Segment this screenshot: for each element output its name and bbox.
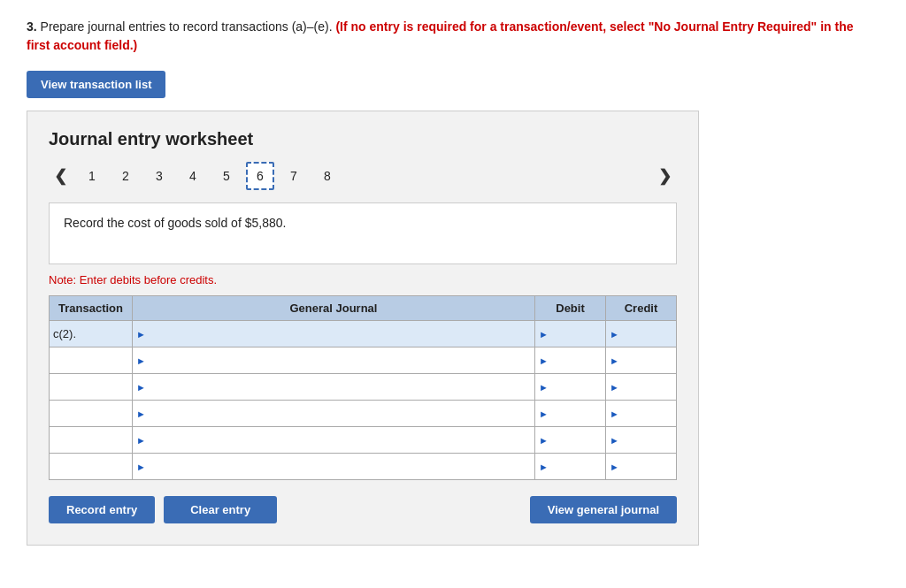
instruction-text: Prepare journal entries to record transa… [41, 19, 292, 34]
header-debit: Debit [535, 296, 606, 321]
row-arrow-icon: ► [136, 462, 146, 472]
row-arrow-icon: ► [136, 355, 146, 366]
row-arrow-icon: ► [136, 409, 146, 419]
instruction-range: (a)–(e). [292, 19, 333, 34]
table-row: c(2). ► ► ► [50, 321, 677, 347]
debit-arrow-icon: ► [539, 329, 549, 340]
worksheet-title: Journal entry worksheet [49, 129, 677, 149]
debit-cell[interactable]: ► [535, 347, 606, 374]
journal-cell[interactable]: ► [132, 401, 534, 427]
row-arrow-icon: ► [136, 382, 146, 393]
instruction-block: 3. Prepare journal entries to record tra… [27, 18, 879, 55]
clear-entry-button[interactable]: Clear entry [164, 496, 277, 523]
credit-arrow-icon: ► [610, 435, 619, 446]
journal-cell[interactable]: ► [132, 321, 534, 347]
credit-cell[interactable]: ► [606, 454, 677, 480]
debit-input[interactable] [552, 433, 602, 447]
tab-navigation: ❮ 1 2 3 4 5 6 7 8 ❯ [49, 162, 677, 190]
journal-table: Transaction General Journal Debit Credit… [49, 295, 677, 480]
record-entry-button[interactable]: Record entry [49, 496, 155, 523]
table-row: ► ► ► [50, 347, 677, 374]
credit-arrow-icon: ► [610, 329, 619, 340]
journal-input[interactable] [150, 407, 531, 420]
tab-3[interactable]: 3 [145, 162, 173, 190]
credit-cell[interactable]: ► [606, 347, 677, 374]
credit-input[interactable] [623, 380, 672, 393]
debit-input[interactable] [552, 327, 602, 340]
debit-input[interactable] [552, 407, 602, 420]
tab-8[interactable]: 8 [313, 162, 342, 190]
button-row: Record entry Clear entry View general jo… [49, 496, 677, 523]
worksheet-container: Journal entry worksheet ❮ 1 2 3 4 5 6 7 … [27, 111, 699, 546]
view-general-journal-button[interactable]: View general journal [530, 496, 677, 523]
credit-input[interactable] [623, 407, 672, 420]
tab-next-arrow[interactable]: ❯ [653, 164, 677, 187]
credit-cell[interactable]: ► [606, 401, 677, 427]
table-row: ► ► ► [50, 374, 677, 401]
debit-arrow-icon: ► [539, 409, 549, 419]
debit-input[interactable] [552, 380, 602, 393]
debit-cell[interactable]: ► [535, 427, 606, 454]
transaction-cell [50, 401, 133, 427]
debit-arrow-icon: ► [539, 382, 549, 393]
journal-cell[interactable]: ► [132, 347, 534, 374]
credit-arrow-icon: ► [610, 409, 619, 419]
header-credit: Credit [606, 296, 677, 321]
journal-cell[interactable]: ► [132, 454, 534, 480]
transaction-cell [50, 347, 133, 374]
tab-2[interactable]: 2 [111, 162, 140, 190]
table-row: ► ► ► [50, 401, 677, 427]
journal-input[interactable] [150, 354, 531, 367]
tab-7[interactable]: 7 [280, 162, 308, 190]
journal-input[interactable] [150, 380, 531, 393]
transaction-cell [50, 374, 133, 401]
tab-4[interactable]: 4 [179, 162, 207, 190]
table-row: ► ► ► [50, 454, 677, 480]
header-transaction: Transaction [50, 296, 133, 321]
debit-arrow-icon: ► [539, 435, 549, 446]
table-row: ► ► ► [50, 427, 677, 454]
credit-cell[interactable]: ► [606, 427, 677, 454]
debit-input[interactable] [552, 460, 602, 473]
credit-arrow-icon: ► [610, 382, 619, 393]
credit-arrow-icon: ► [610, 462, 619, 472]
row-arrow-icon: ► [136, 329, 146, 340]
header-general-journal: General Journal [132, 296, 534, 321]
debit-arrow-icon: ► [539, 355, 549, 366]
journal-cell[interactable]: ► [132, 374, 534, 401]
debit-credit-note: Note: Enter debits before credits. [49, 273, 677, 286]
debit-arrow-icon: ► [539, 462, 549, 472]
credit-cell[interactable]: ► [606, 374, 677, 401]
journal-input[interactable] [150, 327, 531, 340]
credit-input[interactable] [623, 433, 672, 447]
journal-input[interactable] [150, 460, 531, 473]
tab-1[interactable]: 1 [78, 162, 106, 190]
credit-arrow-icon: ► [610, 355, 619, 366]
row-arrow-icon: ► [136, 435, 146, 446]
debit-cell[interactable]: ► [535, 321, 606, 347]
view-transaction-list-button[interactable]: View transaction list [27, 71, 165, 98]
tab-prev-arrow[interactable]: ❮ [49, 164, 73, 187]
credit-cell[interactable]: ► [606, 321, 677, 347]
instruction-number: 3. [27, 19, 37, 34]
transaction-description: Record the cost of goods sold of $5,880. [49, 202, 677, 264]
debit-cell[interactable]: ► [535, 401, 606, 427]
tab-6[interactable]: 6 [246, 162, 274, 190]
credit-input[interactable] [623, 354, 672, 367]
journal-input[interactable] [150, 433, 531, 447]
debit-cell[interactable]: ► [535, 454, 606, 480]
transaction-cell: c(2). [50, 321, 133, 347]
tab-5[interactable]: 5 [212, 162, 241, 190]
debit-input[interactable] [552, 354, 602, 367]
credit-input[interactable] [623, 460, 672, 473]
credit-input[interactable] [623, 327, 672, 340]
journal-cell[interactable]: ► [132, 427, 534, 454]
debit-cell[interactable]: ► [535, 374, 606, 401]
transaction-cell [50, 427, 133, 454]
transaction-cell [50, 454, 133, 480]
